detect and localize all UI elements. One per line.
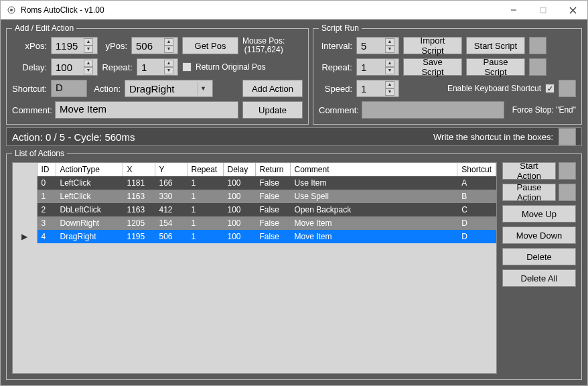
script-repeat-label: Repeat: <box>319 62 352 72</box>
script-run-panel: Script Run Interval: 5 ▲▼ Import Script … <box>313 23 582 125</box>
window-title: Roms AutoClick - v1.00 <box>21 5 499 15</box>
speed-input[interactable]: 1 ▲▼ <box>356 80 399 97</box>
xpos-label: xPos: <box>12 41 47 51</box>
mouse-pos: Mouse Pos: (1157,624) <box>242 37 285 54</box>
pause-script-status <box>529 58 546 76</box>
delete-all-button[interactable]: Delete All <box>502 269 576 287</box>
add-edit-panel: Add / Edit Action xPos: 1195 ▲▼ yPos: 50… <box>6 23 309 125</box>
script-comment-input[interactable] <box>362 101 504 119</box>
side-buttons: Start Action Pause Action Move Up Move D… <box>502 162 576 374</box>
move-up-button[interactable]: Move Up <box>502 205 576 222</box>
col-delay[interactable]: Delay <box>223 163 255 176</box>
table-row: 3DownRight12051541100FalseMove ItemD <box>13 216 496 230</box>
minimize-button[interactable] <box>499 1 528 19</box>
kb-status <box>559 80 576 97</box>
enable-kb-checkbox[interactable]: ✓ <box>545 84 555 93</box>
ypos-down[interactable]: ▼ <box>164 46 173 53</box>
list-legend: List of Actions <box>12 149 67 158</box>
titlebar: Roms AutoClick - v1.00 <box>1 1 587 19</box>
delete-button[interactable]: Delete <box>502 248 576 265</box>
table-row: 2DbLeftClick11634121100FalseOpen Backpac… <box>13 203 496 216</box>
get-pos-button[interactable]: Get Pos <box>182 37 238 54</box>
list-panel: List of Actions ID ActionType X Y Repeat <box>6 149 582 380</box>
comment-input[interactable]: Move Item <box>55 101 238 119</box>
app-icon <box>6 5 17 15</box>
delay-up[interactable]: ▲ <box>84 60 93 67</box>
shortcut-box[interactable] <box>559 128 576 145</box>
pause-action-status <box>559 184 576 201</box>
start-action-status <box>559 162 576 180</box>
shortcut-label: Shortcut: <box>12 84 47 94</box>
speed-up[interactable]: ▲ <box>385 81 394 88</box>
status-text: Action: 0 / 5 - Cycle: 560ms <box>12 131 135 143</box>
delay-input[interactable]: 100 ▲▼ <box>51 58 98 76</box>
delay-down[interactable]: ▼ <box>84 67 93 74</box>
ypos-input[interactable]: 506 ▲▼ <box>131 37 178 54</box>
srepeat-up[interactable]: ▲ <box>385 60 394 67</box>
add-action-button[interactable]: Add Action <box>242 80 303 97</box>
table-row-selected: ▶4DragRight11955061100FalseMove ItemD <box>13 230 496 243</box>
start-script-button[interactable]: Start Script <box>466 37 525 54</box>
start-script-status <box>529 37 546 54</box>
interval-label: Interval: <box>319 41 352 51</box>
script-run-legend: Script Run <box>319 23 362 33</box>
repeat-label: Repeat: <box>102 62 133 72</box>
start-action-button[interactable]: Start Action <box>502 162 556 180</box>
update-button[interactable]: Update <box>242 101 303 119</box>
repeat-up[interactable]: ▲ <box>164 60 173 67</box>
xpos-up[interactable]: ▲ <box>84 38 93 46</box>
xpos-down[interactable]: ▼ <box>84 46 93 53</box>
pause-script-button[interactable]: Pause Script <box>466 58 525 76</box>
speed-down[interactable]: ▼ <box>385 88 394 96</box>
shortcut-hint: Write the shortcut in the boxes: <box>433 132 553 142</box>
add-edit-legend: Add / Edit Action <box>12 23 76 33</box>
table-row: 1LeftClick11633301100FalseUse SpellB <box>13 190 496 203</box>
import-script-button[interactable]: Import Script <box>403 37 462 54</box>
chevron-down-icon: ▼ <box>198 82 208 95</box>
comment-label: Comment: <box>12 105 51 115</box>
action-label: Action: <box>91 84 121 94</box>
save-script-button[interactable]: Save Script <box>403 58 462 76</box>
return-original-checkbox[interactable] <box>182 62 192 72</box>
ypos-up[interactable]: ▲ <box>164 38 173 46</box>
actions-grid[interactable]: ID ActionType X Y Repeat Delay Return Co… <box>12 162 497 374</box>
ypos-label: yPos: <box>102 41 127 51</box>
xpos-input[interactable]: 1195 ▲▼ <box>51 37 98 54</box>
srepeat-down[interactable]: ▼ <box>385 67 394 74</box>
interval-input[interactable]: 5 ▲▼ <box>356 37 399 54</box>
col-repeat[interactable]: Repeat <box>187 163 223 176</box>
shortcut-input[interactable]: D <box>51 80 87 97</box>
svg-rect-3 <box>540 7 546 13</box>
table-row: 0LeftClick11811661100FalseUse ItemA <box>13 176 496 190</box>
col-y[interactable]: Y <box>155 163 187 176</box>
move-down-button[interactable]: Move Down <box>502 227 576 244</box>
col-x[interactable]: X <box>123 163 155 176</box>
repeat-down[interactable]: ▼ <box>164 67 173 74</box>
col-comment[interactable]: Comment <box>290 163 457 176</box>
script-repeat-input[interactable]: 1 ▲▼ <box>356 58 399 76</box>
script-comment-label: Comment: <box>319 105 358 115</box>
col-type[interactable]: ActionType <box>56 163 123 176</box>
grid-header: ID ActionType X Y Repeat Delay Return Co… <box>13 163 496 176</box>
interval-down[interactable]: ▼ <box>385 46 394 53</box>
svg-point-1 <box>10 9 13 11</box>
app-window: Roms AutoClick - v1.00 Add / Edit Action… <box>0 0 588 386</box>
speed-label: Speed: <box>319 84 352 94</box>
enable-kb-label: Enable Keyboard Shortcut <box>447 84 541 93</box>
col-id[interactable]: ID <box>37 163 56 176</box>
interval-up[interactable]: ▲ <box>385 38 394 46</box>
close-button[interactable] <box>558 1 587 19</box>
force-stop-label: Force Stop: "End" <box>512 105 576 115</box>
maximize-button[interactable] <box>528 1 558 19</box>
delay-label: Delay: <box>12 62 47 72</box>
col-shortcut[interactable]: Shortcut <box>457 163 496 176</box>
action-combo[interactable]: DragRight ▼ <box>125 80 213 97</box>
status-bar: Action: 0 / 5 - Cycle: 560ms Write the s… <box>6 127 582 146</box>
pause-action-button[interactable]: Pause Action <box>502 184 556 201</box>
row-pointer-icon: ▶ <box>13 230 37 243</box>
repeat-input[interactable]: 1 ▲▼ <box>137 58 178 76</box>
return-original-label: Return Original Pos <box>196 62 266 72</box>
col-return[interactable]: Return <box>255 163 290 176</box>
